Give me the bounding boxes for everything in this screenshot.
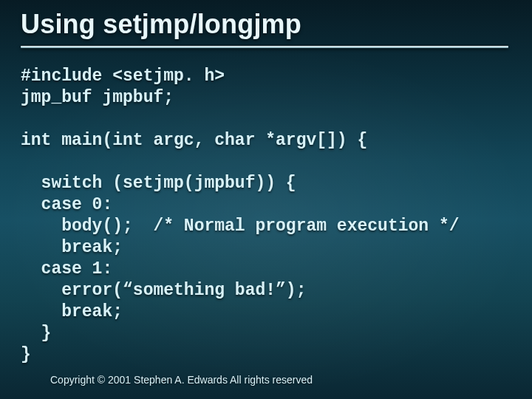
copyright-footer: Copyright © 2001 Stephen A. Edwards All … (50, 374, 313, 386)
code-block: #include <setjmp. h> jmp_buf jmpbuf; int… (21, 66, 511, 366)
title-underline (21, 46, 508, 48)
title-block: Using setjmp/longjmp (21, 9, 511, 48)
slide: Using setjmp/longjmp #include <setjmp. h… (0, 0, 532, 399)
slide-title: Using setjmp/longjmp (21, 9, 511, 44)
